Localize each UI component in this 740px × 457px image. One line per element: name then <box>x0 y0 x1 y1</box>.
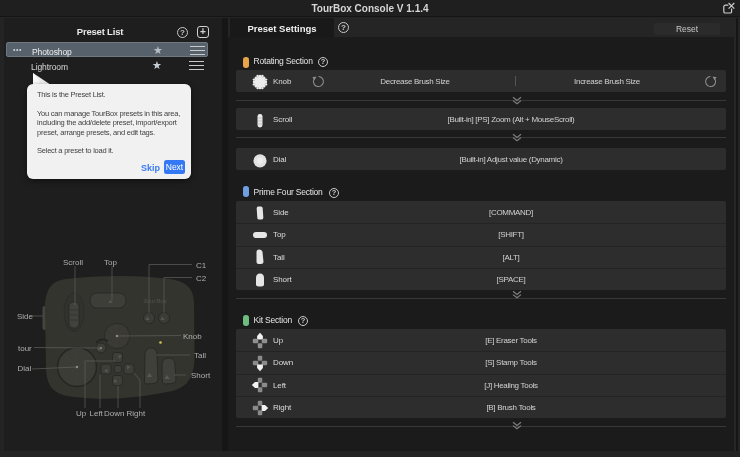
svg-text:C1: C1 <box>196 261 207 270</box>
svg-text:C2: C2 <box>196 274 207 283</box>
svg-text:Up: Up <box>76 409 87 418</box>
svg-text:Left: Left <box>90 409 104 418</box>
svg-text:Dial: Dial <box>18 364 32 373</box>
svg-text:Scroll: Scroll <box>63 258 83 267</box>
svg-text:Knob: Knob <box>183 332 202 341</box>
svg-text:Short: Short <box>191 371 211 380</box>
svg-text:tour: tour <box>18 344 32 353</box>
svg-text:Down: Down <box>104 409 124 418</box>
svg-text:Right: Right <box>127 409 146 418</box>
svg-text:Side: Side <box>17 312 34 321</box>
svg-text:Top: Top <box>104 258 117 267</box>
svg-text:Tall: Tall <box>194 351 206 360</box>
